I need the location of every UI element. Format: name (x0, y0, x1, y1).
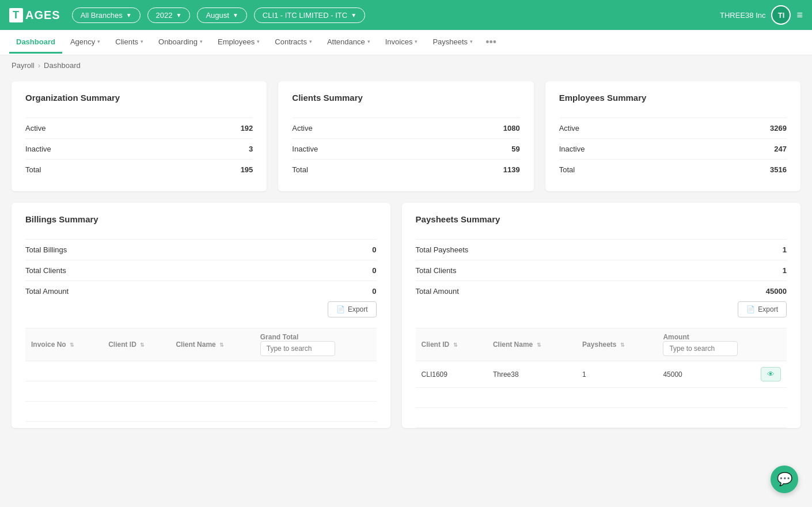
year-arrow: ▼ (176, 12, 182, 18)
clients-active-value: 1080 (503, 124, 520, 133)
app-logo: T AGES (9, 8, 60, 22)
employees-active-row: Active 3269 (559, 118, 787, 138)
logo-text: AGES (25, 9, 60, 22)
billings-empty-row-1 (25, 361, 377, 381)
org-inactive-value: 3 (249, 145, 253, 153)
branch-label: All Branches (81, 11, 123, 20)
menu-arrow-onboarding: ▾ (200, 39, 203, 44)
breadcrumb-payroll[interactable]: Payroll (12, 61, 35, 70)
menu-bar: Dashboard Agency ▾ Clients ▾ Onboarding … (0, 30, 812, 55)
client-label: CLI1 - ITC LIMITED - ITC (263, 11, 347, 20)
year-dropdown[interactable]: 2022 ▼ (147, 7, 191, 23)
menu-item-employees[interactable]: Employees ▾ (211, 32, 267, 54)
paysheets-col-paysheets: Paysheets ⇅ (576, 328, 657, 361)
employees-total-value: 3516 (770, 165, 787, 174)
paysheets-total-clients-label: Total Clients (416, 266, 457, 275)
eye-icon: 👁 (767, 370, 775, 379)
sort-icon-client-id: ⇅ (140, 342, 145, 348)
breadcrumb-sep: › (38, 61, 40, 70)
billings-title: Billings Summary (25, 214, 377, 230)
menu-arrow-attendance: ▾ (367, 39, 370, 44)
month-dropdown[interactable]: August ▼ (197, 7, 246, 23)
main-content: Organization Summary Active 192 Inactive… (0, 75, 812, 440)
ps-view-button[interactable]: 👁 (761, 367, 781, 381)
breadcrumb: Payroll › Dashboard (0, 55, 812, 75)
nav-user: THREE38 Inc TI ≡ (720, 5, 803, 25)
billings-export-button[interactable]: 📄 Export (328, 301, 377, 317)
employees-inactive-label: Inactive (559, 145, 585, 153)
menu-item-agency[interactable]: Agency ▾ (63, 32, 107, 54)
summary-row-top: Organization Summary Active 192 Inactive… (12, 81, 800, 191)
paysheets-total-paysheets-row: Total Paysheets 1 (416, 239, 787, 260)
billings-export-label: Export (348, 305, 368, 313)
user-label: THREE38 Inc (720, 11, 765, 20)
billings-total-clients-label: Total Clients (25, 266, 66, 275)
billings-card: Billings Summary Total Billings 0 Total … (12, 203, 390, 428)
paysheets-col-client-id: Client ID ⇅ (416, 328, 487, 361)
ps-row-paysheets: 1 (576, 361, 657, 388)
org-inactive-row: Inactive 3 (25, 138, 253, 159)
paysheets-total-amount-row: Total Amount 45000 (416, 281, 787, 301)
menu-label-attendance: Attendance (327, 37, 365, 46)
sort-icon-ps-paysheets: ⇅ (620, 342, 625, 348)
ps-row-amount-value: 45000 (663, 370, 682, 379)
menu-item-onboarding[interactable]: Onboarding ▾ (151, 32, 210, 54)
paysheets-col-client-name: Client Name ⇅ (487, 328, 576, 361)
ps-row-client-name: Three38 (487, 361, 576, 388)
billings-total-clients-row: Total Clients 0 (25, 260, 377, 281)
billings-search-input[interactable] (260, 341, 335, 356)
paysheets-total-clients-value: 1 (783, 266, 787, 275)
menu-more-icon[interactable]: ••• (481, 36, 501, 48)
year-label: 2022 (156, 11, 173, 20)
employees-summary-title: Employees Summary (559, 93, 787, 108)
paysheets-title: Paysheets Summary (416, 214, 787, 230)
org-active-row: Active 192 (25, 118, 253, 138)
clients-active-row: Active 1080 (292, 118, 519, 138)
billings-empty-row-2 (25, 381, 377, 402)
breadcrumb-dashboard: Dashboard (44, 61, 81, 70)
billings-total-amount-row: Total Amount 0 (25, 281, 377, 301)
menu-label-employees: Employees (218, 37, 255, 46)
menu-arrow-contracts: ▾ (309, 39, 312, 44)
billings-col-client-name: Client Name ⇅ (170, 328, 254, 361)
paysheets-total-amount-value: 45000 (766, 287, 787, 296)
menu-item-invoices[interactable]: Invoices ▾ (378, 32, 425, 54)
menu-item-attendance[interactable]: Attendance ▾ (320, 32, 377, 54)
menu-item-dashboard[interactable]: Dashboard (9, 32, 62, 54)
billings-table: Invoice No ⇅ Client ID ⇅ Client Name ⇅ G… (25, 328, 377, 422)
paysheets-table-body: CLI1609 Three38 1 45000 👁 (416, 361, 787, 428)
org-active-value: 192 (241, 124, 253, 133)
menu-label-dashboard: Dashboard (16, 37, 55, 46)
clients-total-label: Total (292, 165, 308, 174)
clients-active-label: Active (292, 124, 312, 133)
menu-arrow-agency: ▾ (97, 39, 100, 44)
month-arrow: ▼ (233, 12, 238, 18)
paysheets-total-amount-label: Total Amount (416, 287, 459, 296)
top-nav: T AGES All Branches ▼ 2022 ▼ August ▼ CL… (0, 0, 812, 30)
clients-summary-title: Clients Summary (292, 93, 519, 108)
billings-export-area: 📄 Export (25, 301, 377, 323)
org-summary-title: Organization Summary (25, 93, 253, 108)
ps-row-amount: 45000 👁 (657, 361, 787, 388)
billings-col-invoice: Invoice No ⇅ (25, 328, 103, 361)
branch-arrow: ▼ (126, 12, 132, 18)
billings-col-client-id: Client ID ⇅ (103, 328, 170, 361)
paysheets-card: Paysheets Summary Total Paysheets 1 Tota… (402, 203, 800, 428)
client-dropdown[interactable]: CLI1 - ITC LIMITED - ITC ▼ (254, 7, 365, 23)
billings-table-body (25, 361, 377, 422)
menu-item-paysheets[interactable]: Paysheets ▾ (426, 32, 480, 54)
employees-inactive-value: 247 (774, 145, 787, 153)
menu-item-contracts[interactable]: Contracts ▾ (268, 32, 319, 54)
sort-icon-ps-client-name: ⇅ (537, 342, 541, 348)
paysheets-search-input[interactable] (663, 341, 738, 356)
billings-total-clients-value: 0 (372, 266, 376, 275)
settings-icon[interactable]: ≡ (796, 9, 803, 21)
billings-total-amount-label: Total Amount (25, 287, 69, 296)
branch-dropdown[interactable]: All Branches ▼ (72, 7, 141, 23)
org-total-label: Total (25, 165, 41, 174)
menu-item-clients[interactable]: Clients ▾ (108, 32, 150, 54)
paysheets-export-button[interactable]: 📄 Export (738, 301, 787, 317)
paysheets-total-paysheets-label: Total Paysheets (416, 245, 469, 254)
month-label: August (206, 11, 229, 20)
avatar[interactable]: TI (771, 5, 791, 25)
